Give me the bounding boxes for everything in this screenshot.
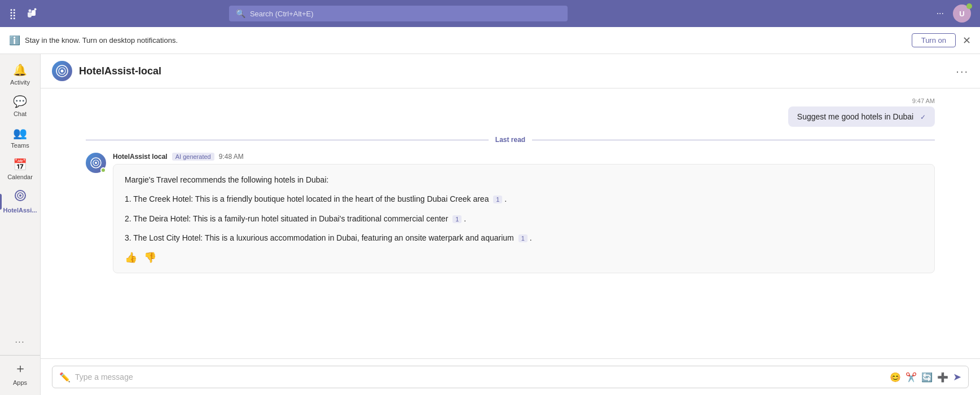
sidebar: 🔔 Activity 💬 Chat 👥 Teams 📅 Calendar Hot… bbox=[0, 54, 41, 395]
feedback-icons: 👍 👎 bbox=[125, 251, 923, 264]
svg-point-8 bbox=[61, 70, 64, 73]
outgoing-message: 9:47 AM Suggest me good hotels in Dubai … bbox=[86, 97, 935, 127]
bot-intro: Margie's Travel recommends the following… bbox=[125, 174, 923, 186]
thumbs-down-button[interactable]: 👎 bbox=[144, 251, 156, 264]
bot-avatar bbox=[52, 61, 72, 81]
sidebar-item-chat[interactable]: 💬 Chat bbox=[0, 90, 40, 122]
more-options-icon[interactable]: ··· bbox=[937, 8, 944, 19]
sidebar-label-calendar: Calendar bbox=[7, 174, 33, 180]
last-read-divider: Last read bbox=[86, 136, 935, 144]
chat-icon: 💬 bbox=[13, 95, 27, 108]
divider-right bbox=[532, 140, 935, 140]
grid-icon[interactable]: ⣿ bbox=[9, 7, 16, 20]
send-button[interactable]: ➤ bbox=[953, 371, 961, 383]
search-input[interactable] bbox=[250, 10, 561, 18]
chat-more-button[interactable]: ··· bbox=[956, 65, 969, 78]
hotel-1: 1. The Creek Hotel: This is a friendly b… bbox=[125, 193, 923, 205]
bot-msg-time: 9:48 AM bbox=[219, 153, 244, 161]
citation-2[interactable]: 1 bbox=[452, 215, 462, 223]
sidebar-label-chat: Chat bbox=[14, 110, 27, 117]
sidebar-label-apps: Apps bbox=[13, 379, 27, 386]
svg-point-5 bbox=[19, 194, 21, 197]
bot-msg-meta: HotelAssist local AI generated 9:48 AM bbox=[113, 153, 935, 161]
bot-online-dot bbox=[100, 167, 106, 173]
sidebar-item-hotelassist[interactable]: HotelAssi... bbox=[0, 185, 40, 218]
hotel-3: 3. The Lost City Hotel: This is a luxuri… bbox=[125, 232, 923, 244]
svg-point-11 bbox=[95, 162, 97, 164]
avatar[interactable]: U bbox=[953, 5, 971, 23]
messages-area: 9:47 AM Suggest me good hotels in Dubai … bbox=[41, 88, 980, 358]
message-input-area: ✏️ 😊 ✂️ 🔄 ➕ ➤ bbox=[41, 358, 980, 395]
online-status-dot bbox=[966, 3, 972, 9]
search-icon: 🔍 bbox=[236, 9, 245, 18]
top-bar: ⣿ 🔍 ··· U bbox=[0, 0, 980, 27]
apps-icon: ＋ bbox=[14, 360, 27, 377]
notification-text: Stay in the know. Turn on desktop notifi… bbox=[25, 36, 912, 45]
sidebar-item-apps[interactable]: ＋ Apps bbox=[0, 355, 40, 390]
activity-icon: 🔔 bbox=[13, 63, 27, 77]
sidebar-item-more[interactable]: ··· bbox=[0, 332, 40, 350]
chat-title: HotelAssist-local bbox=[79, 65, 956, 77]
format-button[interactable]: ✏️ bbox=[59, 372, 71, 383]
app-layout: 🔔 Activity 💬 Chat 👥 Teams 📅 Calendar Hot… bbox=[0, 54, 980, 395]
svg-point-2 bbox=[29, 10, 32, 12]
outgoing-bubble: Suggest me good hotels in Dubai ✓ bbox=[788, 106, 935, 127]
divider-left bbox=[86, 140, 489, 140]
input-box: ✏️ 😊 ✂️ 🔄 ➕ ➤ bbox=[52, 366, 969, 388]
message-check-icon: ✓ bbox=[920, 113, 926, 121]
last-read-label: Last read bbox=[495, 136, 525, 144]
sticker-button[interactable]: ✂️ bbox=[906, 372, 917, 383]
outgoing-time: 9:47 AM bbox=[912, 97, 935, 104]
outgoing-text: Suggest me good hotels in Dubai bbox=[797, 112, 913, 121]
calendar-icon: 📅 bbox=[13, 158, 27, 171]
attach-button[interactable]: ➕ bbox=[937, 372, 948, 383]
bot-msg-bubble: Margie's Travel recommends the following… bbox=[113, 164, 935, 273]
sidebar-item-teams[interactable]: 👥 Teams bbox=[0, 122, 40, 153]
bot-msg-avatar bbox=[86, 153, 106, 173]
hotel-2: 2. The Deira Hotel: This is a family-run… bbox=[125, 212, 923, 225]
search-bar[interactable]: 🔍 bbox=[229, 6, 568, 21]
sidebar-label-hotelassist: HotelAssi... bbox=[3, 207, 37, 214]
sidebar-label-teams: Teams bbox=[11, 142, 29, 149]
turn-on-button[interactable]: Turn on bbox=[912, 33, 956, 47]
citation-1[interactable]: 1 bbox=[493, 196, 502, 203]
emoji-button[interactable]: 😊 bbox=[890, 372, 901, 383]
teams-icon: 👥 bbox=[13, 126, 27, 140]
svg-point-1 bbox=[34, 8, 37, 11]
sidebar-item-calendar[interactable]: 📅 Calendar bbox=[0, 153, 40, 185]
citation-3[interactable]: 1 bbox=[518, 234, 528, 242]
more-icon: ··· bbox=[15, 337, 25, 346]
info-icon: ℹ️ bbox=[9, 35, 20, 46]
close-notification-button[interactable]: ✕ bbox=[963, 34, 971, 47]
top-right-actions: ··· U bbox=[937, 5, 971, 23]
bot-sender-name: HotelAssist local bbox=[113, 153, 168, 161]
message-input[interactable] bbox=[75, 372, 885, 381]
thumbs-up-button[interactable]: 👍 bbox=[125, 251, 137, 264]
chat-content: HotelAssist-local ··· 9:47 AM Suggest me… bbox=[41, 54, 980, 395]
sidebar-item-activity[interactable]: 🔔 Activity bbox=[0, 59, 40, 90]
teams-logo bbox=[23, 5, 41, 23]
bot-msg-content: HotelAssist local AI generated 9:48 AM M… bbox=[113, 153, 935, 273]
bot-message-container: HotelAssist local AI generated 9:48 AM M… bbox=[86, 153, 935, 273]
hotelassist-icon bbox=[14, 189, 27, 205]
loop-button[interactable]: 🔄 bbox=[921, 372, 933, 383]
chat-header: HotelAssist-local ··· bbox=[41, 54, 980, 88]
ai-badge: AI generated bbox=[172, 153, 214, 161]
notification-bar: ℹ️ Stay in the know. Turn on desktop not… bbox=[0, 27, 980, 54]
sidebar-label-activity: Activity bbox=[10, 79, 30, 86]
